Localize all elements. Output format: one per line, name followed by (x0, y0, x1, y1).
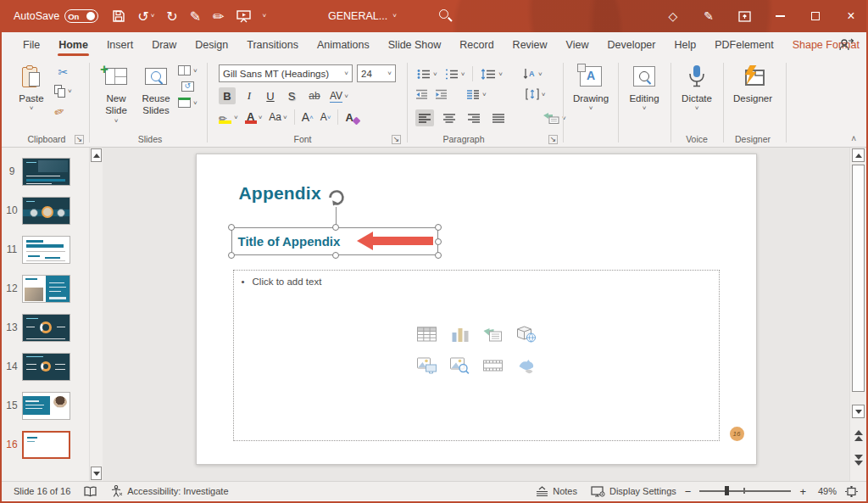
slide-thumbnail-9[interactable]: 9 (2, 152, 89, 191)
tab-record[interactable]: Record (450, 34, 503, 57)
slide-thumbnail-16-selected[interactable]: 16 (2, 425, 89, 464)
presenter-view-button[interactable] (736, 8, 753, 25)
paste-button[interactable]: Paste ˅ (14, 64, 49, 113)
tab-insert[interactable]: Insert (97, 34, 142, 57)
tab-shape-format[interactable]: Shape Format (783, 34, 868, 57)
customize-qat-button[interactable]: ˅ (263, 13, 267, 20)
columns-button[interactable]: ˅ (466, 89, 487, 99)
rotate-handle-icon[interactable] (326, 187, 348, 212)
section-button[interactable]: ˅ (178, 98, 198, 108)
numbering-button[interactable]: ˅ (445, 69, 465, 80)
draw-pen-button[interactable]: ✎ (190, 8, 201, 25)
insert-video-button[interactable] (482, 356, 503, 375)
minimize-button[interactable] (771, 8, 788, 25)
drawing-button[interactable]: A Drawing ˅ (568, 64, 614, 113)
slide-thumbnail-13[interactable]: 13 (2, 308, 89, 347)
decrease-indent-button[interactable] (415, 89, 428, 99)
previous-slide-button[interactable] (853, 430, 864, 441)
clipboard-dialog-launcher[interactable]: ↘ (75, 135, 84, 144)
inking-button[interactable]: ✎ (700, 8, 717, 25)
highlight-color-button[interactable]: ✏ ˅ (219, 110, 238, 124)
tab-slide-show[interactable]: Slide Show (379, 34, 451, 57)
align-center-button[interactable] (440, 109, 459, 126)
slide-title-text[interactable]: Appendix (239, 183, 321, 204)
align-text-button[interactable]: ˅ (526, 88, 546, 100)
slide-thumbnail-12[interactable]: 12 (2, 269, 89, 308)
scrollbar-thumb[interactable] (852, 165, 865, 392)
resize-handle-bottom-center[interactable] (332, 252, 339, 259)
tab-help[interactable]: Help (665, 34, 705, 57)
scroll-up-button[interactable] (852, 148, 865, 162)
notes-button[interactable]: Notes (529, 482, 584, 500)
justify-button[interactable] (489, 109, 508, 126)
fit-slide-to-window-button[interactable] (842, 482, 861, 500)
paragraph-dialog-launcher[interactable]: ↘ (548, 135, 558, 144)
text-shadow-button[interactable]: S (284, 87, 299, 104)
insert-chart-button[interactable] (449, 325, 470, 344)
tab-design[interactable]: Design (186, 34, 237, 57)
close-button[interactable]: × (843, 8, 860, 25)
copy-button[interactable]: ˅ (54, 85, 72, 98)
zoom-level[interactable]: 49% (808, 486, 837, 496)
slide-canvas[interactable]: Appendix Title of Appendix (196, 154, 757, 465)
undo-button[interactable]: ↺ ˅ (137, 8, 154, 25)
placeholder-prompt-text[interactable]: Click to add text (253, 277, 322, 287)
slide-layout-button[interactable]: ˅ (178, 65, 198, 75)
bold-button[interactable]: B (219, 87, 236, 104)
bullets-button[interactable]: ˅ (417, 69, 437, 80)
change-case-button[interactable]: Aa˅ (269, 111, 287, 123)
resize-handle-top-left[interactable] (228, 224, 235, 231)
main-vertical-scrollbar[interactable] (849, 148, 866, 481)
start-slideshow-button[interactable] (236, 10, 251, 23)
next-slide-button[interactable] (853, 455, 864, 466)
decrease-font-size-button[interactable]: A˅ (320, 111, 331, 123)
line-spacing-button[interactable]: ˅ (481, 69, 503, 80)
align-right-button[interactable] (465, 109, 483, 126)
resize-handle-bottom-left[interactable] (228, 252, 235, 259)
underline-button[interactable]: U (263, 87, 278, 104)
document-title[interactable]: GENERAL... ˅ (328, 0, 397, 32)
ink-pen-button[interactable]: ✏ (213, 8, 224, 25)
text-direction-button[interactable]: A ˅ (522, 68, 542, 80)
tab-view[interactable]: View (557, 34, 598, 57)
thumbnail-scroll-down-button[interactable] (91, 467, 102, 480)
font-size-combo[interactable]: 24 ˅ (357, 64, 396, 82)
new-slide-button[interactable]: + New Slide ˅ (97, 64, 135, 126)
tab-review[interactable]: Review (504, 34, 557, 57)
insert-pictures-button[interactable] (449, 356, 470, 375)
tab-developer[interactable]: Developer (598, 34, 665, 57)
insert-stock-images-button[interactable] (416, 356, 437, 375)
font-name-combo[interactable]: Gill Sans MT (Headings) ˅ (219, 64, 353, 82)
tab-animations[interactable]: Animations (308, 34, 379, 57)
slide-thumbnail-10[interactable]: 10 (2, 191, 89, 230)
editing-button[interactable]: Editing ˅ (622, 64, 666, 113)
increase-font-size-button[interactable]: A˄ (302, 110, 314, 124)
tab-file[interactable]: File (14, 34, 49, 57)
share-button[interactable] (838, 37, 854, 55)
save-button[interactable] (112, 9, 125, 23)
italic-button[interactable]: I (242, 87, 257, 104)
clear-formatting-button[interactable]: A (345, 111, 353, 124)
thumbnail-scroll-up-button[interactable] (91, 148, 102, 162)
format-painter-button[interactable]: ✏ (53, 101, 74, 120)
reset-slide-button[interactable]: ↺ (178, 81, 198, 92)
increase-indent-button[interactable] (435, 89, 448, 99)
content-placeholder[interactable]: • Click to add text (233, 270, 720, 441)
zoom-out-button[interactable]: − (683, 485, 693, 498)
slide-thumbnail-14[interactable]: 14 (2, 347, 89, 386)
maximize-button[interactable] (807, 8, 824, 25)
redo-button[interactable]: ↻ (166, 8, 177, 25)
slide-thumbnail-11[interactable]: 11 (2, 230, 89, 269)
zoom-slider[interactable] (699, 490, 791, 491)
tab-transitions[interactable]: Transitions (237, 34, 308, 57)
font-color-button[interactable]: A ˅ (245, 110, 263, 124)
designer-button[interactable]: Designer (727, 64, 778, 104)
tab-home[interactable]: Home (49, 34, 97, 57)
resize-handle-bottom-right[interactable] (435, 252, 442, 259)
slide-thumbnail-15[interactable]: 15 (2, 386, 89, 425)
thumbnail-scrollbar[interactable] (89, 148, 103, 481)
slide-indicator[interactable]: Slide 16 of 16 (2, 482, 77, 500)
insert-icons-button[interactable] (515, 356, 536, 375)
autosave-toggle[interactable]: On (64, 9, 98, 23)
scroll-down-button[interactable] (852, 405, 865, 418)
